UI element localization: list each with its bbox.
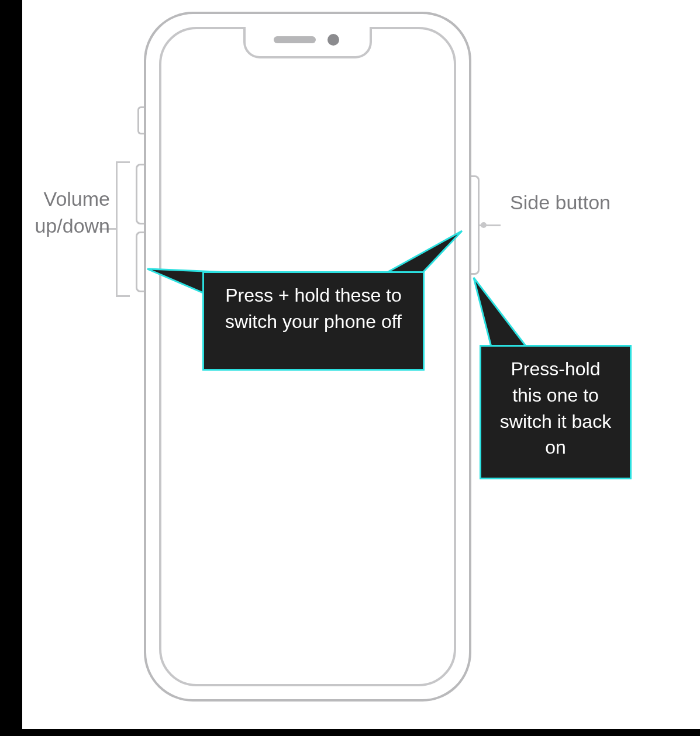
svg-marker-4 <box>474 278 526 347</box>
ring-silent-switch <box>137 106 144 134</box>
side-button-label: Side button <box>510 189 639 216</box>
callout-power-on-text: Press-hold this one to switch it back on <box>500 358 611 458</box>
volume-label: Volume up/down <box>22 186 110 240</box>
callout-power-off: Press + hold these to switch your phone … <box>202 271 425 371</box>
volume-bracket <box>116 161 130 297</box>
callout-power-off-text: Press + hold these to switch your phone … <box>225 285 402 332</box>
diagram-stage: Volume up/down Side button Press + hold … <box>0 0 700 736</box>
side-button <box>471 175 480 275</box>
side-leader-line <box>480 224 501 226</box>
speaker-icon <box>274 36 316 43</box>
frame-border-bottom <box>0 729 700 736</box>
volume-down-button <box>136 231 144 292</box>
callout-power-on: Press-hold this one to switch it back on <box>480 345 632 479</box>
front-camera-icon <box>327 34 339 46</box>
volume-up-button <box>136 164 144 224</box>
frame-border-left <box>0 0 22 736</box>
